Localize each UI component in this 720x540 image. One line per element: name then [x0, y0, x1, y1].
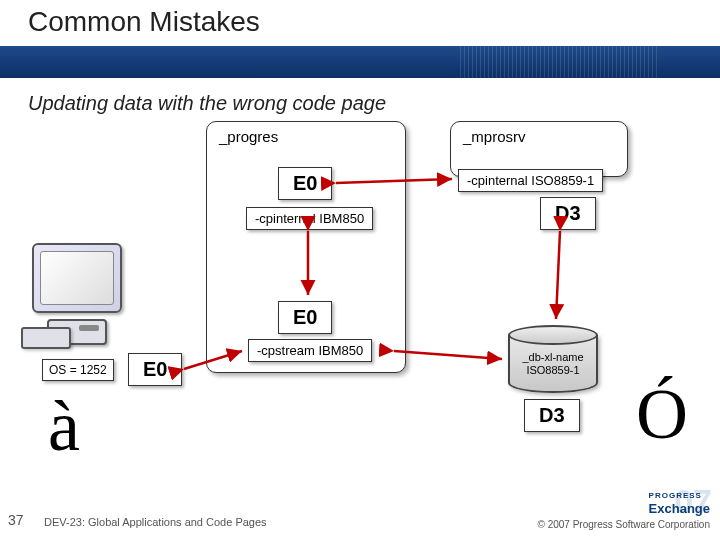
code-e0-left: E0	[128, 353, 182, 386]
brand-logo: 07 PROGRESS Exchange	[649, 486, 710, 516]
cpinternal-iso-box: -cpinternal ISO8859-1	[458, 169, 603, 192]
code-d3-bottom: D3	[524, 399, 580, 432]
svg-line-4	[394, 351, 502, 359]
char-a-grave: à	[48, 385, 80, 468]
progres-title: _progres	[207, 122, 405, 147]
footer: 37 DEV-23: Global Applications and Code …	[0, 504, 720, 534]
subtitle: Updating data with the wrong code page	[28, 92, 720, 115]
copyright: © 2007 Progress Software Corporation	[538, 519, 710, 530]
computer-icon	[32, 243, 122, 345]
diagram-canvas: _progres _mprosrv E0 -cpinternal IBM850 …	[0, 115, 720, 515]
svg-line-2	[556, 231, 560, 319]
code-e0-top: E0	[278, 167, 332, 200]
char-o-acute: Ó	[636, 373, 688, 456]
db-label-2: ISO8859-1	[526, 364, 579, 376]
slide-title: Common Mistakes	[28, 6, 260, 38]
cpinternal-ibm-box: -cpinternal IBM850	[246, 207, 373, 230]
code-e0-mid: E0	[278, 301, 332, 334]
cpstream-ibm-box: -cpstream IBM850	[248, 339, 372, 362]
title-band	[0, 46, 720, 78]
mprosrv-title: _mprosrv	[451, 122, 627, 147]
db-label-1: _db-xl-name	[522, 351, 583, 363]
progres-box: _progres	[206, 121, 406, 373]
code-d3-top: D3	[540, 197, 596, 230]
os-label: OS = 1252	[42, 359, 114, 381]
database-icon: _db-xl-name ISO8859-1	[508, 325, 598, 393]
session-title: DEV-23: Global Applications and Code Pag…	[44, 516, 267, 528]
slide-number: 37	[8, 512, 24, 528]
